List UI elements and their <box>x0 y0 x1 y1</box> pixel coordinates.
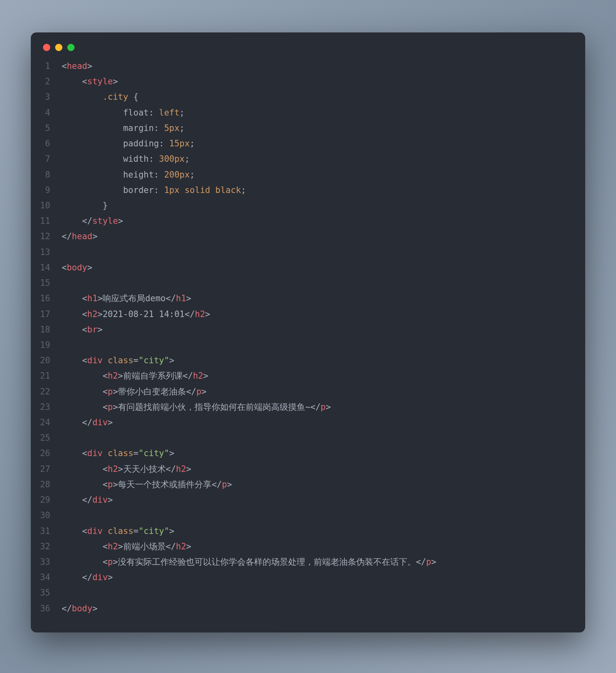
line-content: <p>每天一个技术或插件分享</p> <box>62 477 232 492</box>
code-line: 29 </div> <box>31 492 573 508</box>
line-content: margin: 5px; <box>62 120 184 136</box>
code-line: 36</body> <box>31 601 573 616</box>
code-line: 15 <box>31 275 573 291</box>
line-number: 20 <box>31 353 62 368</box>
code-line: 20 <div class="city"> <box>31 353 573 368</box>
code-line: 31 <div class="city"> <box>31 523 573 539</box>
line-content: <div class="city"> <box>62 353 174 368</box>
line-content: </head> <box>62 229 98 244</box>
line-number: 13 <box>31 244 62 260</box>
code-line: 22 <p>带你小白变老油条</p> <box>31 384 573 399</box>
line-number: 8 <box>31 167 62 182</box>
line-number: 32 <box>31 539 62 554</box>
line-number: 36 <box>31 601 62 616</box>
code-line: 11 </style> <box>31 213 573 229</box>
code-window: 1<head>2 <style>3 .city {4 float: left;5… <box>31 32 585 632</box>
line-content: <p>带你小白变老油条</p> <box>62 384 207 399</box>
line-number: 18 <box>31 322 62 337</box>
code-line: 9 border: 1px solid black; <box>31 182 573 198</box>
line-number: 29 <box>31 492 62 508</box>
line-content: <h2>2021-08-21 14:01</h2> <box>62 306 210 322</box>
line-number: 5 <box>31 120 62 136</box>
code-line: 27 <h2>天天小技术</h2> <box>31 461 573 477</box>
line-number: 17 <box>31 306 62 322</box>
line-number: 25 <box>31 430 62 446</box>
line-content: height: 200px; <box>62 167 195 182</box>
line-content: <h1>响应式布局demo</h1> <box>62 291 191 306</box>
line-content: <p>没有实际工作经验也可以让你学会各样的场景处理，前端老油条伪装不在话下。</… <box>62 554 436 570</box>
line-number: 11 <box>31 213 62 229</box>
line-number: 14 <box>31 260 62 275</box>
line-number: 26 <box>31 446 62 461</box>
line-number: 22 <box>31 384 62 399</box>
line-number: 30 <box>31 508 62 523</box>
code-line: 6 padding: 15px; <box>31 136 573 151</box>
code-line: 24 </div> <box>31 415 573 430</box>
code-line: 7 width: 300px; <box>31 151 573 167</box>
line-number: 10 <box>31 198 62 213</box>
code-line: 19 <box>31 337 573 353</box>
line-number: 2 <box>31 74 62 89</box>
line-number: 12 <box>31 229 62 244</box>
code-line: 2 <style> <box>31 74 573 89</box>
close-icon[interactable] <box>43 44 50 51</box>
code-line: 5 margin: 5px; <box>31 120 573 136</box>
line-content: padding: 15px; <box>62 136 195 151</box>
line-number: 3 <box>31 89 62 105</box>
line-number: 21 <box>31 368 62 384</box>
code-line: 4 float: left; <box>31 105 573 120</box>
code-line: 25 <box>31 430 573 446</box>
line-number: 6 <box>31 136 62 151</box>
line-content: border: 1px solid black; <box>62 182 246 198</box>
line-content: <h2>前端自学系列课</h2> <box>62 368 208 384</box>
line-number: 16 <box>31 291 62 306</box>
code-line: 8 height: 200px; <box>31 167 573 182</box>
line-number: 9 <box>31 182 62 198</box>
line-content: <div class="city"> <box>62 523 174 539</box>
code-line: 32 <h2>前端小场景</h2> <box>31 539 573 554</box>
code-line: 21 <h2>前端自学系列课</h2> <box>31 368 573 384</box>
line-content: <div class="city"> <box>62 446 174 461</box>
code-line: 16 <h1>响应式布局demo</h1> <box>31 291 573 306</box>
line-number: 19 <box>31 337 62 353</box>
line-content: <p>有问题找前端小伙，指导你如何在前端岗高级摸鱼~</p> <box>62 399 331 415</box>
line-number: 33 <box>31 554 62 570</box>
line-number: 35 <box>31 585 62 600</box>
code-line: 26 <div class="city"> <box>31 446 573 461</box>
line-content: </div> <box>62 492 113 508</box>
line-number: 28 <box>31 477 62 492</box>
code-line: 1<head> <box>31 58 573 74</box>
code-line: 3 .city { <box>31 89 573 105</box>
line-content: <br> <box>62 322 103 337</box>
line-content: .city { <box>62 89 139 105</box>
code-line: 18 <br> <box>31 322 573 337</box>
line-content: </style> <box>62 213 123 229</box>
code-line: 33 <p>没有实际工作经验也可以让你学会各样的场景处理，前端老油条伪装不在话下… <box>31 554 573 570</box>
code-line: 23 <p>有问题找前端小伙，指导你如何在前端岗高级摸鱼~</p> <box>31 399 573 415</box>
line-number: 1 <box>31 58 62 74</box>
minimize-icon[interactable] <box>55 44 62 51</box>
code-line: 13 <box>31 244 573 260</box>
line-content: width: 300px; <box>62 151 190 167</box>
code-line: 12</head> <box>31 229 573 244</box>
code-area: 1<head>2 <style>3 .city {4 float: left;5… <box>31 58 585 616</box>
line-number: 34 <box>31 570 62 585</box>
line-content: </body> <box>62 601 98 616</box>
line-number: 4 <box>31 105 62 120</box>
line-content: <style> <box>62 74 118 89</box>
line-number: 31 <box>31 523 62 539</box>
code-line: 28 <p>每天一个技术或插件分享</p> <box>31 477 573 492</box>
line-number: 15 <box>31 275 62 291</box>
code-line: 14<body> <box>31 260 573 275</box>
line-content: </div> <box>62 415 113 430</box>
line-number: 23 <box>31 399 62 415</box>
code-line: 35 <box>31 585 573 600</box>
line-number: 24 <box>31 415 62 430</box>
maximize-icon[interactable] <box>67 44 75 51</box>
line-content: float: left; <box>62 105 184 120</box>
line-content: <h2>前端小场景</h2> <box>62 539 191 554</box>
code-line: 34 </div> <box>31 570 573 585</box>
code-line: 30 <box>31 508 573 523</box>
line-content: <h2>天天小技术</h2> <box>62 461 191 477</box>
window-titlebar <box>31 44 585 58</box>
